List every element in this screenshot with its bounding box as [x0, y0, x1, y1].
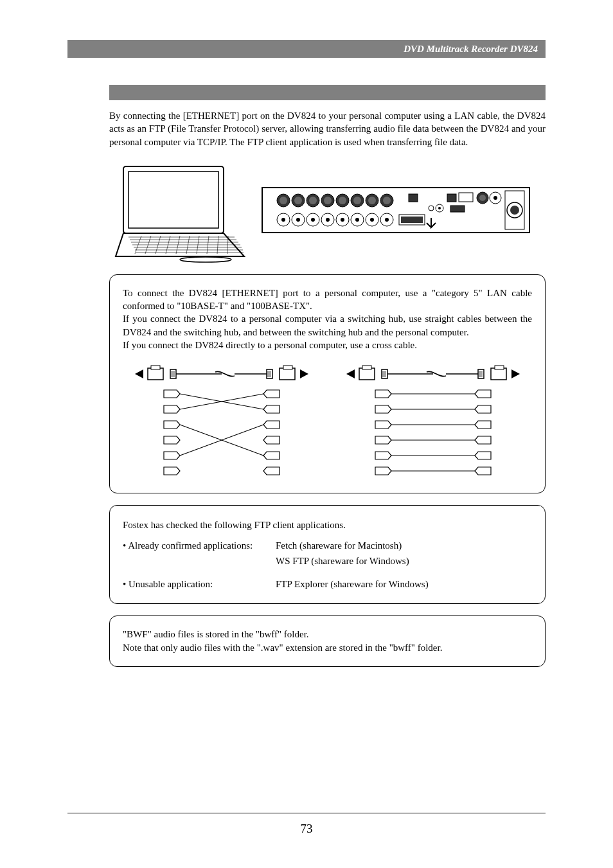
- svg-point-56: [429, 206, 434, 211]
- svg-rect-54: [401, 217, 423, 223]
- svg-point-68: [510, 206, 519, 215]
- svg-rect-70: [151, 366, 160, 369]
- svg-rect-60: [459, 193, 473, 202]
- note1-p2: If you connect the DV824 to a personal c…: [123, 312, 532, 339]
- svg-point-44: [326, 218, 330, 222]
- memo-row2-label: • Unusable application:: [123, 576, 276, 592]
- svg-rect-61: [450, 206, 465, 212]
- svg-point-28: [324, 197, 332, 204]
- svg-point-52: [385, 218, 389, 222]
- svg-rect-59: [447, 194, 456, 202]
- svg-point-58: [438, 207, 441, 209]
- straight-cable-diagram-icon: [343, 364, 523, 480]
- svg-point-22: [280, 197, 287, 204]
- svg-rect-95: [478, 369, 484, 378]
- svg-point-19: [180, 257, 231, 262]
- svg-rect-69: [148, 368, 163, 380]
- svg-point-36: [383, 197, 391, 204]
- laptop-icon: [109, 160, 251, 263]
- note1-p1: To connect the DV824 [ETHERNET] port to …: [123, 287, 532, 313]
- dv824-rear-panel-icon: [261, 182, 531, 240]
- svg-point-50: [370, 218, 374, 222]
- svg-rect-55: [409, 194, 418, 202]
- svg-point-46: [341, 218, 344, 222]
- svg-point-34: [368, 197, 376, 204]
- header-title: DVD Multitrack Recorder DV824: [404, 44, 538, 55]
- svg-rect-71: [170, 369, 176, 378]
- footer-rule: [67, 813, 546, 813]
- svg-rect-99: [491, 368, 506, 380]
- svg-point-24: [294, 197, 302, 204]
- memo-row1-val1: Fetch (shareware for Macintosh): [276, 538, 532, 553]
- cross-cable-diagram-icon: [132, 364, 312, 480]
- svg-rect-87: [359, 368, 375, 380]
- svg-rect-100: [495, 366, 504, 369]
- svg-rect-81: [280, 368, 295, 380]
- page-number: 73: [0, 822, 613, 836]
- cable-diagrams: [123, 364, 532, 480]
- svg-point-40: [296, 218, 300, 222]
- memo-box-ftp: Fostex has checked the following FTP cli…: [109, 505, 546, 604]
- svg-point-26: [309, 197, 317, 204]
- note1-p3: If you connect the DV824 directly to a p…: [123, 339, 532, 351]
- svg-rect-88: [362, 366, 371, 369]
- memo-intro: Fostex has checked the following FTP cli…: [123, 517, 532, 533]
- svg-rect-20: [262, 188, 529, 233]
- memo-row1-val2: WS FTP (shareware for Windows): [276, 553, 532, 569]
- page-header-bar: DVD Multitrack Recorder DV824: [67, 40, 546, 58]
- svg-rect-1: [129, 172, 218, 228]
- svg-point-48: [355, 218, 359, 222]
- memo-row1-label: • Already confirmed applications:: [123, 538, 276, 569]
- svg-point-38: [281, 218, 285, 222]
- svg-point-32: [353, 197, 361, 204]
- note-box-bwf: "BWF" audio files is stored in the "bwff…: [109, 616, 546, 667]
- svg-point-63: [479, 195, 486, 201]
- section-bar: [109, 85, 546, 100]
- svg-point-30: [339, 197, 346, 204]
- memo-row2-val: FTP Explorer (shareware for Windows): [276, 576, 532, 592]
- svg-point-65: [493, 196, 497, 200]
- note3-p1: "BWF" audio files is stored in the "bwff…: [123, 628, 532, 641]
- note3-p2: Note that only audio files with the ".wa…: [123, 641, 532, 655]
- note-box-cable: To connect the DV824 [ETHERNET] port to …: [109, 274, 546, 493]
- svg-rect-82: [283, 366, 292, 369]
- svg-rect-77: [267, 369, 272, 378]
- svg-rect-89: [382, 369, 387, 378]
- intro-paragraph: By connecting the [ETHERNET] port on the…: [109, 109, 546, 148]
- svg-point-42: [311, 218, 315, 222]
- connection-illustration: [109, 160, 549, 263]
